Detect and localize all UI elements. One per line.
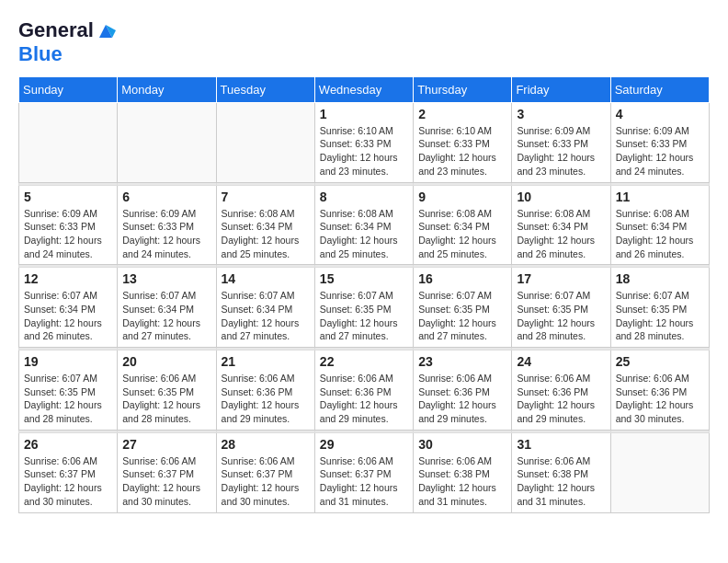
day-info: Sunrise: 6:06 AM Sunset: 6:36 PM Dayligh… [517,372,605,426]
day-number: 17 [517,271,605,286]
day-number: 16 [418,271,506,286]
day-number: 30 [418,437,506,452]
logo-blue: Blue [18,42,116,66]
day-info: Sunrise: 6:08 AM Sunset: 6:34 PM Dayligh… [418,207,506,261]
day-number: 19 [24,354,112,369]
calendar-cell: 27Sunrise: 6:06 AM Sunset: 6:37 PM Dayli… [118,432,216,512]
calendar-cell: 12Sunrise: 6:07 AM Sunset: 6:34 PM Dayli… [19,268,118,348]
day-info: Sunrise: 6:07 AM Sunset: 6:35 PM Dayligh… [24,372,112,426]
calendar-cell [216,102,314,182]
day-number: 15 [320,271,408,286]
calendar-cell: 10Sunrise: 6:08 AM Sunset: 6:34 PM Dayli… [512,185,610,265]
calendar-cell [19,102,118,182]
calendar-cell: 21Sunrise: 6:06 AM Sunset: 6:36 PM Dayli… [216,350,314,431]
day-number: 5 [24,190,112,204]
logo-text: General [18,18,116,42]
week-row-4: 19Sunrise: 6:07 AM Sunset: 6:35 PM Dayli… [19,350,710,431]
weekday-saturday: Saturday [610,76,709,102]
calendar-cell: 19Sunrise: 6:07 AM Sunset: 6:35 PM Dayli… [19,350,118,431]
calendar-cell: 24Sunrise: 6:06 AM Sunset: 6:36 PM Dayli… [512,350,610,431]
calendar-cell: 26Sunrise: 6:06 AM Sunset: 6:37 PM Dayli… [19,432,118,512]
day-number: 1 [320,107,408,121]
day-number: 14 [222,271,310,286]
weekday-thursday: Thursday [414,76,512,102]
day-number: 12 [24,271,112,286]
day-info: Sunrise: 6:08 AM Sunset: 6:34 PM Dayligh… [517,207,605,261]
calendar-cell: 5Sunrise: 6:09 AM Sunset: 6:33 PM Daylig… [19,185,118,265]
calendar-cell: 11Sunrise: 6:08 AM Sunset: 6:34 PM Dayli… [610,185,709,265]
day-info: Sunrise: 6:06 AM Sunset: 6:36 PM Dayligh… [222,372,310,426]
day-info: Sunrise: 6:06 AM Sunset: 6:38 PM Dayligh… [517,454,605,509]
day-info: Sunrise: 6:07 AM Sunset: 6:35 PM Dayligh… [320,289,408,343]
calendar-cell: 22Sunrise: 6:06 AM Sunset: 6:36 PM Dayli… [314,350,413,431]
calendar-cell: 20Sunrise: 6:06 AM Sunset: 6:35 PM Dayli… [118,350,216,431]
calendar-cell: 2Sunrise: 6:10 AM Sunset: 6:33 PM Daylig… [414,102,512,182]
day-info: Sunrise: 6:10 AM Sunset: 6:33 PM Dayligh… [418,124,506,178]
day-number: 18 [616,271,704,286]
day-number: 9 [418,190,506,204]
day-number: 10 [517,190,605,204]
day-number: 29 [320,437,408,452]
day-info: Sunrise: 6:06 AM Sunset: 6:35 PM Dayligh… [122,372,210,426]
day-info: Sunrise: 6:08 AM Sunset: 6:34 PM Dayligh… [320,207,408,261]
calendar-cell: 9Sunrise: 6:08 AM Sunset: 6:34 PM Daylig… [414,185,512,265]
day-info: Sunrise: 6:06 AM Sunset: 6:37 PM Dayligh… [222,454,310,509]
day-info: Sunrise: 6:10 AM Sunset: 6:33 PM Dayligh… [320,124,408,178]
calendar-cell: 17Sunrise: 6:07 AM Sunset: 6:35 PM Dayli… [512,268,610,348]
week-row-2: 5Sunrise: 6:09 AM Sunset: 6:33 PM Daylig… [19,185,710,265]
logo: General Blue [18,18,116,67]
logo-icon [96,21,116,41]
day-number: 3 [517,107,605,121]
day-number: 2 [418,107,506,121]
day-number: 22 [320,354,408,369]
day-info: Sunrise: 6:08 AM Sunset: 6:34 PM Dayligh… [616,207,704,261]
page-header: General Blue [18,18,710,67]
day-info: Sunrise: 6:08 AM Sunset: 6:34 PM Dayligh… [222,207,310,261]
calendar-cell: 29Sunrise: 6:06 AM Sunset: 6:37 PM Dayli… [314,432,413,512]
calendar-table: SundayMondayTuesdayWednesdayThursdayFrid… [18,76,710,513]
calendar-cell: 7Sunrise: 6:08 AM Sunset: 6:34 PM Daylig… [216,185,314,265]
weekday-monday: Monday [118,76,216,102]
calendar-cell: 25Sunrise: 6:06 AM Sunset: 6:36 PM Dayli… [610,350,709,431]
day-info: Sunrise: 6:07 AM Sunset: 6:35 PM Dayligh… [616,289,704,343]
day-number: 25 [616,354,704,369]
day-number: 31 [517,437,605,452]
weekday-sunday: Sunday [19,76,118,102]
calendar-cell [610,432,709,512]
calendar-cell: 28Sunrise: 6:06 AM Sunset: 6:37 PM Dayli… [216,432,314,512]
day-info: Sunrise: 6:09 AM Sunset: 6:33 PM Dayligh… [616,124,704,178]
week-row-3: 12Sunrise: 6:07 AM Sunset: 6:34 PM Dayli… [19,268,710,348]
calendar-cell: 16Sunrise: 6:07 AM Sunset: 6:35 PM Dayli… [414,268,512,348]
day-info: Sunrise: 6:06 AM Sunset: 6:37 PM Dayligh… [320,454,408,509]
calendar-cell: 31Sunrise: 6:06 AM Sunset: 6:38 PM Dayli… [512,432,610,512]
calendar-cell: 6Sunrise: 6:09 AM Sunset: 6:33 PM Daylig… [118,185,216,265]
day-number: 4 [616,107,704,121]
day-info: Sunrise: 6:07 AM Sunset: 6:35 PM Dayligh… [418,289,506,343]
day-info: Sunrise: 6:07 AM Sunset: 6:34 PM Dayligh… [222,289,310,343]
day-number: 24 [517,354,605,369]
day-number: 8 [320,190,408,204]
day-number: 20 [122,354,210,369]
day-number: 21 [222,354,310,369]
calendar-cell: 18Sunrise: 6:07 AM Sunset: 6:35 PM Dayli… [610,268,709,348]
day-info: Sunrise: 6:06 AM Sunset: 6:36 PM Dayligh… [616,372,704,426]
day-number: 11 [616,190,704,204]
day-number: 23 [418,354,506,369]
weekday-friday: Friday [512,76,610,102]
day-number: 6 [122,190,210,204]
day-info: Sunrise: 6:06 AM Sunset: 6:37 PM Dayligh… [24,454,112,509]
day-info: Sunrise: 6:06 AM Sunset: 6:38 PM Dayligh… [418,454,506,509]
calendar-cell [118,102,216,182]
week-row-5: 26Sunrise: 6:06 AM Sunset: 6:37 PM Dayli… [19,432,710,512]
day-number: 7 [222,190,310,204]
day-info: Sunrise: 6:07 AM Sunset: 6:34 PM Dayligh… [122,289,210,343]
calendar-cell: 23Sunrise: 6:06 AM Sunset: 6:36 PM Dayli… [414,350,512,431]
day-info: Sunrise: 6:06 AM Sunset: 6:36 PM Dayligh… [418,372,506,426]
calendar-cell: 13Sunrise: 6:07 AM Sunset: 6:34 PM Dayli… [118,268,216,348]
calendar-cell: 15Sunrise: 6:07 AM Sunset: 6:35 PM Dayli… [314,268,413,348]
day-info: Sunrise: 6:09 AM Sunset: 6:33 PM Dayligh… [122,207,210,261]
calendar-cell: 1Sunrise: 6:10 AM Sunset: 6:33 PM Daylig… [314,102,413,182]
day-number: 28 [222,437,310,452]
calendar-cell: 30Sunrise: 6:06 AM Sunset: 6:38 PM Dayli… [414,432,512,512]
calendar-cell: 8Sunrise: 6:08 AM Sunset: 6:34 PM Daylig… [314,185,413,265]
